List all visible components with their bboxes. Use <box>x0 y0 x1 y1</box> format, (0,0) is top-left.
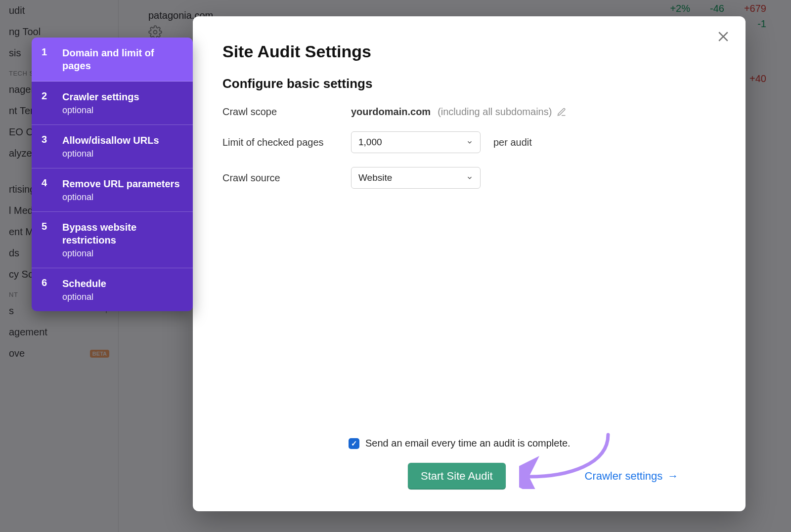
step-allow-disallow[interactable]: 3 Allow/disallow URLsoptional <box>32 125 193 168</box>
chevron-down-icon <box>466 139 473 146</box>
step-number: 2 <box>42 90 50 116</box>
email-checkbox-label: Send an email every time an audit is com… <box>365 438 571 449</box>
email-notification-row: ✓ Send an email every time an audit is c… <box>222 438 716 449</box>
crawl-scope-row: Crawl scope yourdomain.com (including al… <box>222 106 716 118</box>
step-title: Allow/disallow URLs <box>62 134 183 147</box>
step-optional: optional <box>62 149 183 159</box>
crawl-scope-value: yourdomain.com <box>351 106 431 118</box>
modal-title: Site Audit Settings <box>222 42 716 61</box>
crawler-settings-link[interactable]: Crawler settings → <box>585 470 679 483</box>
start-site-audit-button[interactable]: Start Site Audit <box>408 463 506 490</box>
arrow-right-icon: → <box>667 470 678 483</box>
close-icon <box>716 29 731 44</box>
limit-select[interactable]: 1,000 <box>351 131 481 153</box>
step-title: Domain and limit of pages <box>62 46 183 72</box>
step-number: 4 <box>42 177 50 203</box>
crawl-source-select[interactable]: Website <box>351 167 481 189</box>
limit-suffix: per audit <box>493 137 532 148</box>
crawler-settings-link-label: Crawler settings <box>585 470 663 483</box>
crawl-scope-label: Crawl scope <box>222 106 351 118</box>
crawl-source-select-value: Website <box>358 172 392 183</box>
crawl-source-row: Crawl source Website <box>222 167 716 189</box>
email-checkbox[interactable]: ✓ <box>349 438 359 449</box>
step-number: 3 <box>42 134 50 159</box>
crawl-source-label: Crawl source <box>222 172 351 184</box>
limit-label: Limit of checked pages <box>222 137 351 148</box>
edit-icon[interactable] <box>557 107 567 117</box>
step-optional: optional <box>62 105 183 116</box>
step-domain-limit[interactable]: 1 Domain and limit of pages <box>32 38 193 82</box>
step-number: 6 <box>42 277 50 302</box>
settings-stepper: 1 Domain and limit of pages 2 Crawler se… <box>32 38 193 311</box>
step-title: Remove URL parameters <box>62 177 183 190</box>
step-title: Crawler settings <box>62 90 183 103</box>
step-title: Schedule <box>62 277 183 290</box>
step-bypass-restrictions[interactable]: 5 Bypass website restrictionsoptional <box>32 212 193 268</box>
close-button[interactable] <box>716 29 731 44</box>
step-number: 1 <box>42 46 50 72</box>
step-schedule[interactable]: 6 Scheduleoptional <box>32 268 193 311</box>
site-audit-settings-modal: Site Audit Settings Configure basic sett… <box>193 16 746 511</box>
step-url-parameters[interactable]: 4 Remove URL parametersoptional <box>32 168 193 212</box>
step-crawler-settings[interactable]: 2 Crawler settingsoptional <box>32 82 193 125</box>
chevron-down-icon <box>466 174 473 181</box>
limit-row: Limit of checked pages 1,000 per audit <box>222 131 716 153</box>
step-optional: optional <box>62 292 183 302</box>
step-title: Bypass website restrictions <box>62 221 183 246</box>
step-number: 5 <box>42 221 50 259</box>
limit-select-value: 1,000 <box>358 137 382 148</box>
modal-footer: ✓ Send an email every time an audit is c… <box>222 438 716 490</box>
step-optional: optional <box>62 192 183 203</box>
step-optional: optional <box>62 248 183 259</box>
crawl-scope-hint: (including all subdomains) <box>438 106 552 118</box>
modal-subtitle: Configure basic settings <box>222 76 716 91</box>
